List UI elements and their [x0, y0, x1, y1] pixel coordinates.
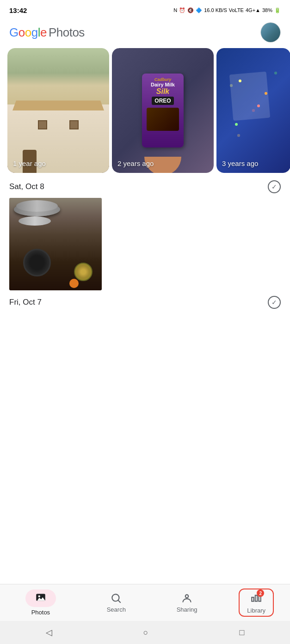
- volte-icon: VoLTE: [229, 7, 244, 13]
- status-time: 13:42: [9, 6, 27, 14]
- app-logo: Google Photos: [9, 25, 85, 40]
- nav-item-photos[interactable]: Photos: [16, 586, 65, 619]
- vibrate-icon: 🔇: [187, 7, 194, 13]
- logo-o2: o: [25, 25, 31, 40]
- svg-point-2: [112, 594, 119, 601]
- battery-level: 38%: [262, 7, 272, 13]
- memory-label-3: 3 years ago: [222, 159, 258, 167]
- library-badge-container: 2: [250, 591, 262, 605]
- search-nav-icon: [110, 592, 122, 604]
- check-icon-2: ✓: [271, 299, 277, 306]
- logo-e: e: [40, 25, 47, 40]
- nav-label-sharing: Sharing: [177, 606, 197, 613]
- svg-line-3: [118, 600, 121, 602]
- choc-brand: Cadbury: [154, 77, 172, 82]
- nav-label-library: Library: [247, 607, 265, 614]
- sharing-nav-icon: [181, 592, 193, 604]
- photo-stove[interactable]: [9, 198, 102, 290]
- logo-g: G: [9, 25, 19, 40]
- memories-row: 1 year ago Cadbury Dairy Milk Silk OREO …: [0, 48, 290, 173]
- notification-icon: N: [173, 7, 177, 13]
- memory-label-1: 1 year ago: [13, 159, 46, 167]
- date-label-2: Fri, Oct 7: [9, 298, 42, 307]
- svg-point-4: [185, 595, 189, 598]
- status-bar: 13:42 N ⏰ 🔇 🔷 16.0 KB/S VoLTE 4G+▲ 38% 🔋: [0, 0, 290, 18]
- logo-o1: o: [19, 25, 25, 40]
- svg-rect-6: [255, 595, 257, 601]
- system-nav: ◁ ○ □: [0, 621, 290, 644]
- choc-silk: Silk: [156, 87, 169, 96]
- section-fri-oct7: Fri, Oct 7 ✓: [0, 296, 290, 309]
- svg-point-1: [38, 595, 40, 597]
- date-header-2: Fri, Oct 7 ✓: [9, 296, 281, 309]
- logo-photos-text: Photos: [49, 25, 85, 40]
- photo-grid-1: [9, 198, 281, 290]
- status-icons: N ⏰ 🔇 🔷 16.0 KB/S VoLTE 4G+▲ 38% 🔋: [173, 7, 281, 13]
- memory-label-2: 2 years ago: [117, 159, 154, 167]
- svg-rect-5: [252, 597, 253, 601]
- choc-dairy-milk: Dairy Milk: [151, 82, 175, 87]
- nav-item-sharing[interactable]: Sharing: [167, 589, 207, 617]
- library-badge: 2: [257, 589, 264, 597]
- choc-piece: [147, 108, 179, 131]
- nav-label-search: Search: [107, 606, 126, 613]
- logo-g2: g: [31, 25, 38, 40]
- check-icon-1: ✓: [271, 183, 277, 190]
- choc-oreo: OREO: [152, 97, 173, 105]
- signal-icon: 4G+▲: [246, 7, 260, 13]
- alarm-icon: ⏰: [179, 7, 185, 13]
- date-label-1: Sat, Oct 8: [9, 182, 44, 191]
- select-all-button-1[interactable]: ✓: [268, 180, 281, 193]
- recent-button[interactable]: □: [240, 628, 245, 638]
- photos-nav-icon: [35, 591, 47, 603]
- back-button[interactable]: ◁: [46, 627, 52, 638]
- app-header: Google Photos: [0, 18, 290, 48]
- memory-card-3[interactable]: 3 years ago: [216, 48, 290, 173]
- nav-label-photos: Photos: [31, 609, 50, 616]
- nav-item-search[interactable]: Search: [98, 589, 135, 617]
- user-avatar[interactable]: [260, 22, 281, 43]
- avatar-image: [261, 23, 280, 42]
- battery-icon: 🔋: [274, 7, 281, 13]
- section-sat-oct8: Sat, Oct 8 ✓: [0, 180, 290, 290]
- nav-item-library[interactable]: 2 Library: [239, 589, 274, 617]
- date-header-1: Sat, Oct 8 ✓: [9, 180, 281, 193]
- bluetooth-icon: 🔷: [196, 7, 202, 13]
- memory-card-2[interactable]: Cadbury Dairy Milk Silk OREO 2 years ago: [112, 48, 214, 173]
- network-speed: 16.0 KB/S: [204, 7, 227, 13]
- memory-card-1[interactable]: 1 year ago: [7, 48, 109, 173]
- bottom-nav: Photos Search Sharing 2 Library: [0, 584, 290, 621]
- home-button[interactable]: ○: [143, 628, 148, 638]
- select-all-button-2[interactable]: ✓: [268, 296, 281, 309]
